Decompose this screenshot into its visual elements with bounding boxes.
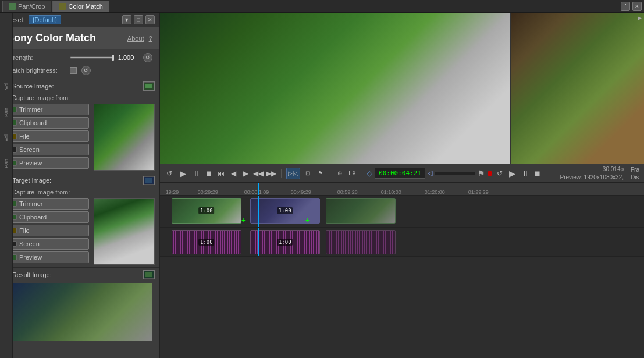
preset-close-btn[interactable]: ✕ xyxy=(145,15,155,24)
source-file-btn[interactable]: File xyxy=(5,130,89,142)
target-thumb-btn[interactable] xyxy=(143,176,155,185)
timecode-arrow: ◁ xyxy=(428,169,432,177)
ruler-mark-3: 00:00:1 09 xyxy=(244,189,269,195)
transport-prev-frame-btn[interactable]: ◀ xyxy=(229,168,239,179)
source-trimmer-btn[interactable]: Trimmer xyxy=(5,104,89,115)
target-trimmer-btn[interactable]: Trimmer xyxy=(5,198,89,210)
transport-next-frame-btn[interactable]: ▶ xyxy=(241,168,251,179)
result-thumbnail xyxy=(12,283,152,341)
preset-menu-btn[interactable]: ▼ xyxy=(122,15,131,24)
target-screen-btn[interactable]: Screen xyxy=(5,238,89,250)
ruler-mark-2: 00:29:29 xyxy=(198,189,218,195)
source-screen-btn[interactable]: Screen xyxy=(5,144,89,155)
timeline-area: 19:29 00:29:29 00:00:1 09 00:49:29 00:59… xyxy=(160,183,644,358)
source-capture-label: Capture image from: xyxy=(12,94,155,101)
transport-play-btn[interactable]: ▶ xyxy=(177,166,189,180)
timeline-playhead-marker xyxy=(258,183,259,196)
source-section-header: ▼ Source Image: xyxy=(5,81,155,91)
tab-color-match[interactable]: Color Match xyxy=(52,1,109,12)
ruler-mark-1: 19:29 xyxy=(166,189,179,195)
audio-track-content[interactable]: 1:00 1:00 xyxy=(160,228,644,256)
preset-dropdown[interactable]: {Default} xyxy=(29,15,61,24)
audio-clip-3[interactable] xyxy=(326,230,396,254)
strength-reset-btn[interactable]: ↺ xyxy=(143,53,152,62)
about-link[interactable]: About xyxy=(127,35,144,42)
source-thumb-btn[interactable] xyxy=(143,81,155,91)
tab-action-btn1[interactable]: ⋮ xyxy=(621,2,630,11)
fra-dis-labels: Fra Dis xyxy=(631,166,639,180)
clip2-timecode: 1:00 xyxy=(277,207,293,214)
video-clip-3[interactable] xyxy=(326,198,396,224)
tr-play2[interactable]: ▶ xyxy=(507,166,518,180)
ruler-mark-4: 00:49:29 xyxy=(291,189,311,195)
controls-section: Strength: 1.000 ↺ Match brightness: ↺ xyxy=(0,49,159,79)
match-brightness-reset-btn[interactable]: ↺ xyxy=(81,66,91,75)
target-section-header: ▼ Target Image: xyxy=(5,176,155,185)
transport-divider2 xyxy=(330,169,330,178)
timecode-area: ◇ 00:00:04:21 ◁ ⚑ xyxy=(367,168,485,179)
tr-stop2[interactable]: ⏹ xyxy=(532,168,542,179)
target-capture-buttons: Trimmer Clipboard File Screen xyxy=(5,198,89,265)
target-file-btn[interactable]: File xyxy=(5,225,89,236)
transport-loop-btn[interactable]: ↺ xyxy=(165,168,175,179)
audio-clip-2[interactable]: 1:00 xyxy=(250,230,320,254)
video-previews: ▶ xyxy=(160,13,644,164)
transport-rwd-btn[interactable]: ◀◀ xyxy=(253,168,264,179)
snap-btn[interactable]: ⊡ xyxy=(303,168,312,179)
match-brightness-checkbox[interactable] xyxy=(70,67,77,74)
svg-rect-1 xyxy=(145,84,152,88)
fra-label: Fra xyxy=(631,166,639,173)
result-thumb-icon xyxy=(144,271,154,278)
timecode-marker: ◇ xyxy=(367,169,372,178)
source-thumbnail xyxy=(94,104,155,171)
source-section-label: Source Image: xyxy=(12,83,141,90)
help-link[interactable]: ? xyxy=(149,35,152,42)
ruler-mark-7: 01:20:00 xyxy=(425,189,445,195)
svg-rect-3 xyxy=(145,178,152,183)
source-thumb-content xyxy=(94,104,154,170)
right-panel: ▶ ↺ ▶ ⏸ ⏹ ⏮ ◀ ▶ ◀◀ ▶▶ ▷|◁ ⊡ ⚑ ⊕ FX xyxy=(160,13,644,358)
zoom-btn[interactable]: ⊕ xyxy=(335,168,345,179)
audio-waveform-3 xyxy=(326,231,395,254)
preset-save-btn[interactable]: □ xyxy=(134,15,143,24)
target-thumb-icon xyxy=(144,177,154,184)
fx-btn[interactable]: FX xyxy=(347,168,357,179)
ruler-mark-5: 00:59:28 xyxy=(337,189,358,195)
tr-loop2[interactable]: ↺ xyxy=(494,168,504,179)
result-thumb-btn[interactable] xyxy=(143,270,155,279)
preset-icons: ▼ □ ✕ xyxy=(122,15,155,24)
timeline-ruler: 19:29 00:29:29 00:00:1 09 00:49:29 00:59… xyxy=(160,183,644,196)
tr-pause2[interactable]: ⏸ xyxy=(521,168,531,179)
video-clip-1[interactable]: 1:00 xyxy=(172,198,241,224)
transport-bar: ↺ ▶ ⏸ ⏹ ⏮ ◀ ▶ ◀◀ ▶▶ ▷|◁ ⊡ ⚑ ⊕ FX ◇ 00:00… xyxy=(160,164,644,183)
svg-rect-5 xyxy=(145,272,152,277)
audio-clip2-timecode: 1:00 xyxy=(277,239,293,246)
tab-action-btn2[interactable]: ✕ xyxy=(632,2,642,11)
transport-skip-start-btn[interactable]: ⏮ xyxy=(216,168,226,179)
main-preview xyxy=(160,13,510,164)
strength-slider[interactable] xyxy=(70,56,113,59)
match-brightness-label: Match brightness: xyxy=(7,67,65,74)
pan-crop-icon xyxy=(9,3,16,10)
target-preview-btn[interactable]: Preview xyxy=(5,251,89,263)
left-panel: Preset: {Default} ▼ □ ✕ Sony Color Match… xyxy=(0,13,160,358)
source-clipboard-btn[interactable]: Clipboard xyxy=(5,117,89,129)
transport-pause-btn[interactable]: ⏸ xyxy=(191,168,201,179)
ruler-mark-8: 01:29:29 xyxy=(468,189,489,195)
result-image-section: ▼ Result Image: xyxy=(0,267,159,343)
target-clipboard-btn[interactable]: Clipboard xyxy=(5,211,89,223)
transport-divider4 xyxy=(547,169,547,178)
transport-stop-btn[interactable]: ⏹ xyxy=(204,168,214,179)
loop-region-btn[interactable]: ▷|◁ xyxy=(286,168,300,179)
timecode-display[interactable]: 00:00:04:21 xyxy=(375,168,425,179)
video-track-content[interactable]: 1:00 1:00 + + xyxy=(160,196,644,227)
result-section-label: Result Image: xyxy=(12,271,141,278)
tab-pan-crop[interactable]: Pan/Crop xyxy=(2,1,51,12)
timecode-secondary[interactable] xyxy=(435,172,475,175)
marker-btn[interactable]: ⚑ xyxy=(315,168,325,179)
strip-label-1: Vol xyxy=(3,83,9,90)
source-preview-btn[interactable]: Preview xyxy=(5,157,89,169)
transport-fwd-btn[interactable]: ▶▶ xyxy=(266,168,276,179)
target-thumb-content xyxy=(94,199,154,264)
audio-clip-1[interactable]: 1:00 xyxy=(172,230,241,254)
